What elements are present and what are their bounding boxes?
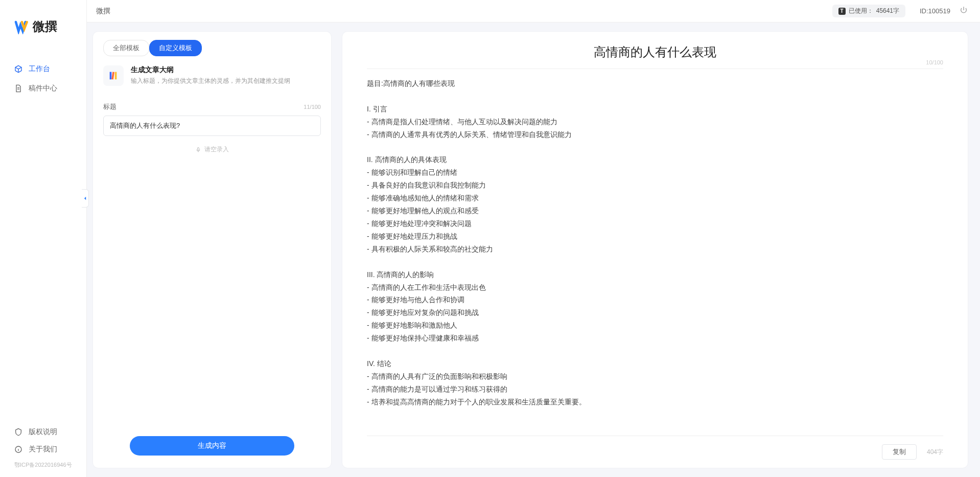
- power-icon: [960, 6, 968, 14]
- sidebar-footer: 版权说明 关于我们 鄂ICP备2022016946号: [0, 423, 86, 477]
- field-label: 标题: [103, 102, 116, 111]
- main: 微撰 T 已使用： 45641字 ID:100519 全部模板 自定义模板: [87, 0, 980, 477]
- output-title: 高情商的人有什么表现: [367, 44, 943, 60]
- voice-hint-text: 请空录入: [204, 145, 229, 154]
- output-header: 高情商的人有什么表现 10/100: [342, 32, 968, 63]
- usage-value: 45641字: [876, 7, 899, 15]
- generate-button[interactable]: 生成内容: [130, 436, 294, 456]
- svg-rect-1: [110, 72, 112, 80]
- sidebar: 微撰 工作台 稿件中心 版权说明 关于我们 鄂ICP备2022016946号: [0, 0, 87, 477]
- output-panel: 高情商的人有什么表现 10/100 题目:高情商的人有哪些表现 I. 引言 - …: [342, 32, 968, 468]
- sidebar-item-drafts[interactable]: 稿件中心: [0, 79, 86, 98]
- footer-item-label: 版权说明: [29, 427, 57, 437]
- field-label-row: 标题 11/100: [93, 93, 331, 116]
- output-title-counter: 10/100: [926, 59, 943, 65]
- info-icon: [14, 445, 22, 453]
- title-input[interactable]: [103, 116, 321, 136]
- usage-badge: T: [838, 8, 846, 15]
- template-card: 生成文章大纲 输入标题，为你提供文章主体的灵感，并为其创建推文提纲: [93, 56, 331, 93]
- footer-item-label: 关于我们: [29, 445, 57, 454]
- copy-button[interactable]: 复制: [882, 444, 917, 460]
- template-title: 生成文章大纲: [131, 65, 290, 75]
- footer-item-copyright[interactable]: 版权说明: [0, 423, 86, 441]
- usage-indicator: T 已使用： 45641字: [832, 5, 905, 17]
- template-icon: [103, 65, 124, 86]
- sidebar-item-workbench[interactable]: 工作台: [0, 59, 86, 79]
- sidebar-item-label: 工作台: [29, 64, 50, 74]
- output-footer: 复制 404字: [367, 436, 943, 468]
- mic-icon: [195, 147, 201, 153]
- template-tabs: 全部模板 自定义模板: [93, 32, 331, 56]
- template-info: 生成文章大纲 输入标题，为你提供文章主体的灵感，并为其创建推文提纲: [131, 65, 290, 86]
- footer-item-about[interactable]: 关于我们: [0, 441, 86, 458]
- svg-rect-4: [198, 147, 199, 150]
- icp-text: 鄂ICP备2022016946号: [0, 458, 86, 469]
- topbar: 微撰 T 已使用： 45641字 ID:100519: [87, 0, 980, 22]
- svg-rect-2: [111, 72, 114, 79]
- document-icon: [14, 84, 22, 93]
- voice-input-hint[interactable]: 请空录入: [93, 136, 331, 163]
- logo: 微撰: [0, 0, 86, 47]
- power-button[interactable]: [960, 6, 968, 16]
- field-counter: 11/100: [304, 104, 321, 110]
- cube-icon: [14, 65, 22, 73]
- books-icon: [108, 70, 119, 81]
- input-panel: 全部模板 自定义模板 生成文章大纲 输入标题，为你提供文章主体的灵感，并为其创建…: [93, 32, 331, 468]
- sidebar-item-label: 稿件中心: [29, 84, 57, 93]
- output-body[interactable]: 题目:高情商的人有哪些表现 I. 引言 - 高情商是指人们处理情绪、与他人互动以…: [342, 69, 968, 436]
- svg-rect-3: [115, 72, 117, 80]
- template-desc: 输入标题，为你提供文章主体的灵感，并为其创建推文提纲: [131, 77, 290, 85]
- tab-all-templates[interactable]: 全部模板: [103, 40, 149, 56]
- user-id: ID:100519: [920, 7, 950, 15]
- topbar-title: 微撰: [96, 7, 110, 16]
- shield-icon: [14, 428, 22, 436]
- logo-text: 微撰: [33, 18, 57, 35]
- usage-label: 已使用：: [849, 7, 873, 15]
- logo-icon: [14, 19, 30, 34]
- tab-custom-templates[interactable]: 自定义模板: [149, 40, 202, 56]
- sidebar-nav: 工作台 稿件中心: [0, 47, 86, 423]
- content-row: 全部模板 自定义模板 生成文章大纲 输入标题，为你提供文章主体的灵感，并为其创建…: [87, 22, 980, 477]
- app-root: 微撰 工作台 稿件中心 版权说明 关于我们 鄂ICP备2022016946号: [0, 0, 980, 477]
- word-count: 404字: [927, 448, 943, 457]
